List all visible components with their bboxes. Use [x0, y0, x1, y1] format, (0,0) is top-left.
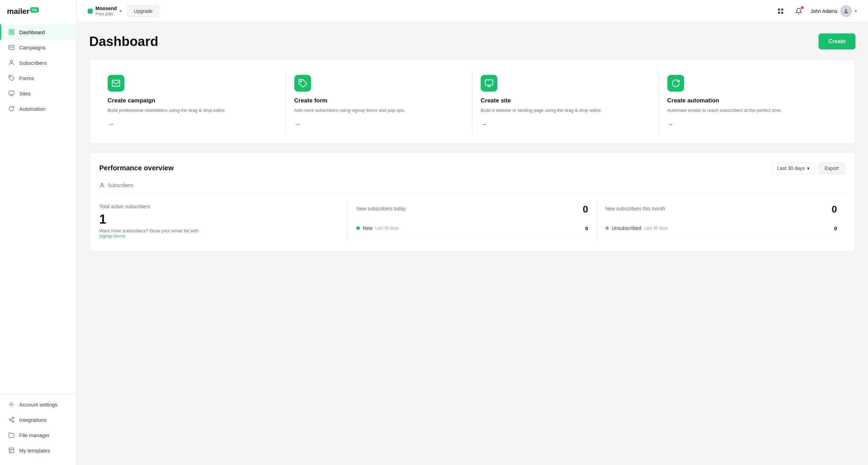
forms-icon	[8, 75, 15, 82]
notifications-icon-button[interactable]	[792, 5, 805, 17]
performance-card: Performance overview Last 30 days ▾ Expo…	[89, 152, 855, 251]
templates-icon	[8, 447, 15, 454]
sidebar-label-integrations: Integrations	[19, 417, 46, 423]
quick-action-campaign[interactable]: Create campaign Build professional newsl…	[99, 69, 286, 134]
settings-icon	[8, 401, 15, 408]
automation-desc: Automate emails to reach subscribers at …	[667, 107, 837, 114]
period-chevron-icon: ▾	[807, 165, 809, 171]
form-icon	[294, 75, 311, 92]
quick-action-site[interactable]: Create site Build a website or landing p…	[472, 69, 659, 134]
period-selector[interactable]: Last 30 days ▾	[772, 162, 814, 174]
topbar: Moosend Free plan ▾ Upgrade John Adams ▾	[77, 0, 868, 22]
new-month-value: 0	[831, 204, 837, 215]
sidebar-item-account-settings[interactable]: Account settings	[0, 397, 76, 412]
dashboard-icon	[8, 29, 15, 36]
file-manager-icon	[8, 432, 15, 439]
new-today-label: New subscribers today	[356, 206, 406, 211]
notification-dot	[801, 6, 804, 9]
total-active-value: 1	[99, 212, 339, 227]
svg-rect-13	[778, 8, 780, 10]
workspace-dot	[88, 9, 93, 14]
chevron-down-icon: ▾	[119, 9, 122, 14]
svg-point-10	[9, 419, 11, 421]
svg-point-6	[10, 76, 10, 77]
sidebar-label-dashboard: Dashboard	[19, 29, 45, 35]
svg-rect-14	[781, 8, 783, 10]
quick-action-form[interactable]: Create form Add more subscribers using s…	[286, 69, 473, 134]
stat-new-today-block: New subscribers today 0 New Last 30 days…	[348, 201, 596, 241]
sidebar-item-subscribers[interactable]: Subscribers	[0, 55, 76, 70]
workspace-selector[interactable]: Moosend Free plan ▾	[88, 6, 122, 16]
sidebar-label-forms: Forms	[19, 75, 34, 81]
form-title: Create form	[294, 97, 464, 104]
svg-rect-12	[9, 448, 14, 453]
sidebar-item-my-templates[interactable]: My templates	[0, 443, 76, 458]
quick-action-automation[interactable]: Create automation Automate emails to rea…	[659, 69, 846, 134]
performance-controls: Last 30 days ▾ Export	[772, 162, 845, 174]
sidebar-item-dashboard[interactable]: Dashboard	[0, 24, 76, 40]
unsubscribed-label: Unsubscribed Last 30 days	[605, 225, 668, 231]
unsubscribed-value: 0	[834, 225, 837, 231]
sidebar-label-subscribers: Subscribers	[19, 60, 47, 66]
workspace-info: Moosend Free plan	[95, 6, 117, 16]
sub-stats-right: Unsubscribed Last 30 days 0	[605, 222, 837, 235]
sidebar-item-forms[interactable]: Forms	[0, 70, 76, 86]
campaigns-icon	[8, 44, 15, 51]
export-button[interactable]: Export	[818, 162, 845, 174]
automation-title: Create automation	[667, 97, 837, 104]
topbar-right: John Adams ▾	[774, 5, 857, 17]
site-arrow-icon: →	[481, 121, 650, 128]
period-label: Last 30 days	[777, 165, 805, 171]
logo: mailerlite	[0, 7, 76, 24]
dot-gray-icon	[605, 226, 609, 230]
svg-rect-3	[12, 33, 14, 34]
svg-rect-2	[9, 33, 11, 34]
svg-point-9	[12, 417, 14, 419]
new-label: New Last 30 days	[356, 225, 399, 231]
page-title: Dashboard	[89, 34, 158, 49]
sidebar: mailerlite Dashboard Campaigns Subscribe…	[0, 0, 77, 465]
svg-rect-16	[781, 11, 783, 14]
automation-qa-icon	[667, 75, 684, 92]
signup-forms-link[interactable]: signup forms	[99, 233, 125, 239]
svg-point-11	[12, 421, 14, 423]
new-value: 0	[585, 225, 588, 231]
avatar	[840, 5, 852, 17]
sidebar-item-sites[interactable]: Sites	[0, 86, 76, 101]
site-desc: Build a website or landing page using th…	[481, 107, 650, 114]
sub-stat-new: New Last 30 days 0	[356, 222, 588, 235]
create-button[interactable]: Create	[819, 33, 855, 49]
svg-rect-20	[485, 80, 493, 85]
stat-total-active: Total active subscribers 1 Want more sub…	[99, 201, 348, 241]
svg-rect-7	[9, 91, 14, 95]
sub-stat-unsubscribed: Unsubscribed Last 30 days 0	[605, 222, 837, 235]
form-arrow-icon: →	[294, 121, 464, 128]
apps-icon-button[interactable]	[774, 5, 787, 17]
sidebar-item-automation[interactable]: Automation	[0, 101, 76, 116]
workspace-name: Moosend	[95, 6, 117, 11]
svg-point-5	[10, 60, 13, 62]
svg-point-21	[101, 183, 103, 185]
integrations-icon	[8, 416, 15, 423]
sidebar-label-my-templates: My templates	[19, 448, 50, 454]
svg-rect-18	[112, 80, 120, 86]
stats-grid: Total active subscribers 1 Want more sub…	[99, 201, 845, 241]
svg-point-8	[11, 404, 13, 405]
form-desc: Add more subscribers using signup forms …	[294, 107, 464, 114]
sidebar-item-integrations[interactable]: Integrations	[0, 412, 76, 427]
performance-title: Performance overview	[99, 164, 173, 172]
automation-arrow-icon: →	[667, 121, 837, 128]
campaign-title: Create campaign	[108, 97, 277, 104]
sidebar-label-account-settings: Account settings	[19, 402, 57, 408]
user-name: John Adams	[811, 8, 837, 14]
total-active-sub: Want more subscribers? Grow your email l…	[99, 228, 339, 239]
campaign-arrow-icon: →	[108, 121, 277, 128]
campaign-icon	[108, 75, 124, 92]
sidebar-item-file-manager[interactable]: File manager	[0, 427, 76, 443]
subscribers-icon	[8, 59, 15, 66]
user-profile[interactable]: John Adams ▾	[811, 5, 857, 17]
svg-rect-15	[778, 11, 780, 14]
sidebar-item-campaigns[interactable]: Campaigns	[0, 40, 76, 55]
upgrade-button[interactable]: Upgrade	[127, 5, 159, 17]
new-today-value: 0	[583, 204, 588, 215]
